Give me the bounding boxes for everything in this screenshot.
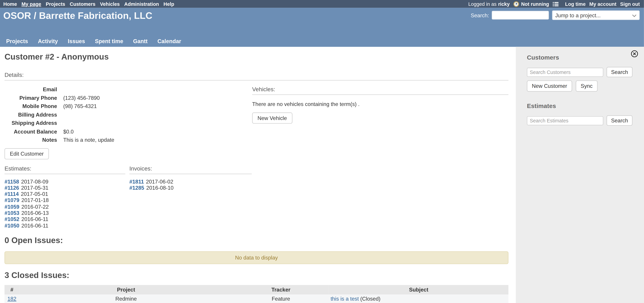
list-item: #11142017-05-01 — [4, 191, 125, 198]
estimate-date: 2017-05-01 — [21, 191, 48, 197]
col-header-id: # — [4, 285, 19, 294]
list-item: #18112017-06-02 — [130, 178, 252, 185]
detail-value: $0.0 — [57, 128, 74, 136]
search-customers-input[interactable] — [527, 68, 603, 77]
menu-vehicles[interactable]: Vehicles — [100, 1, 120, 7]
estimate-date: 2017-08-09 — [21, 178, 48, 184]
detail-label: Mobile Phone — [4, 102, 57, 110]
logged-in-username: ricky — [498, 1, 510, 7]
closed-issues-heading: 3 Closed Issues: — [4, 271, 508, 280]
issue-id-link[interactable]: 182 — [8, 296, 16, 302]
top-account-area: Logged in as ricky Not running Log time … — [464, 1, 640, 7]
top-menu-bar: Home My page Projects Customers Vehicles… — [0, 0, 644, 8]
main-nav: Projects Activity Issues Spent time Gant… — [6, 38, 191, 44]
menu-administration[interactable]: Administration — [124, 1, 159, 7]
table-row: 182 Redmine Feature this is a test (Clos… — [4, 294, 508, 303]
issue-project: Redmine — [19, 294, 233, 303]
search-estimates-button[interactable]: Search — [606, 116, 632, 126]
page-title: Customer #2 - Anonymous — [4, 52, 508, 62]
issue-subject-link[interactable]: this is a test — [330, 296, 359, 302]
detail-value: This is a note, update — [57, 136, 114, 144]
app-window: Home My page Projects Customers Vehicles… — [0, 0, 644, 303]
table-header-row: # Project Tracker Subject — [4, 285, 508, 294]
estimate-link[interactable]: #1114 — [4, 191, 19, 197]
estimate-link[interactable]: #1158 — [4, 178, 19, 184]
new-vehicle-button[interactable]: New Vehicle — [252, 112, 292, 124]
search-input[interactable] — [492, 10, 549, 20]
project-jump-select[interactable]: Jump to a project... — [552, 10, 640, 20]
col-header-project: Project — [19, 285, 233, 294]
list-item: #10532016-06-13 — [4, 210, 125, 216]
estimates-heading: Estimates: — [4, 165, 125, 174]
vehicles-section: Vehicles: There are no vehicles containi… — [252, 86, 508, 229]
timer-list-icon[interactable] — [553, 1, 558, 6]
estimate-date: 2016-07-22 — [22, 204, 49, 210]
search-label: Search: — [471, 12, 489, 18]
my-account-link[interactable]: My account — [590, 1, 616, 7]
no-data-banner: No data to display — [4, 251, 508, 264]
detail-label: Billing Address — [4, 111, 57, 119]
tab-calendar[interactable]: Calendar — [158, 38, 181, 44]
col-header-subject: Subject — [329, 285, 508, 294]
timer-clock-icon — [514, 1, 519, 7]
tab-gantt[interactable]: Gantt — [133, 38, 148, 44]
invoice-date: 2017-06-02 — [146, 178, 174, 184]
main-content: Customer #2 - Anonymous Details: Email P… — [0, 47, 516, 303]
sync-button[interactable]: Sync — [576, 80, 598, 92]
menu-my-page[interactable]: My page — [22, 1, 41, 7]
invoice-link[interactable]: #1811 — [130, 178, 144, 184]
estimate-link[interactable]: #1059 — [4, 204, 19, 210]
log-time-link[interactable]: Log time — [565, 1, 586, 7]
detail-label: Shipping Address — [4, 119, 57, 128]
estimate-link[interactable]: #1053 — [4, 210, 19, 216]
col-header-tracker: Tracker — [233, 285, 329, 294]
detail-label: Email — [4, 86, 57, 94]
estimate-link[interactable]: #1050 — [4, 222, 19, 228]
close-icon[interactable] — [631, 50, 638, 58]
project-jump-value: Jump to a project... — [555, 12, 600, 18]
tab-issues[interactable]: Issues — [68, 38, 85, 44]
estimate-link[interactable]: #1126 — [4, 185, 19, 191]
invoice-date: 2016-08-10 — [146, 185, 174, 191]
issue-status: (Closed) — [360, 296, 380, 302]
timer-status: Not running — [521, 1, 549, 7]
tab-activity[interactable]: Activity — [38, 38, 58, 44]
estimate-link[interactable]: #1079 — [4, 197, 19, 203]
invoice-link[interactable]: #1285 — [130, 185, 144, 191]
issue-tracker: Feature — [233, 294, 329, 303]
header-search-area: Search: Jump to a project... — [471, 10, 640, 20]
list-item: #10592016-07-22 — [4, 204, 125, 210]
detail-label: Account Balance — [4, 128, 57, 136]
estimates-list: #11582017-08-09 #11262017-05-31 #1114201… — [4, 178, 125, 229]
menu-customers[interactable]: Customers — [70, 1, 95, 7]
menu-help[interactable]: Help — [164, 1, 174, 7]
estimate-date: 2017-05-31 — [21, 185, 48, 191]
detail-value — [57, 86, 63, 94]
site-title: OSOR / Barrette Fabrication, LLC — [3, 10, 152, 22]
sidebar-estimates-heading: Estimates — [527, 102, 644, 109]
menu-home[interactable]: Home — [3, 1, 17, 7]
search-customers-button[interactable]: Search — [606, 67, 632, 77]
open-issues-heading: 0 Open Issues: — [4, 236, 508, 245]
search-estimates-input[interactable] — [527, 116, 603, 125]
top-menu: Home My page Projects Customers Vehicles… — [3, 1, 179, 7]
estimate-date: 2016-06-11 — [22, 222, 48, 228]
menu-projects[interactable]: Projects — [46, 1, 65, 7]
estimate-date: 2016-06-13 — [22, 210, 49, 216]
logged-in-label: Logged in as — [468, 1, 496, 7]
closed-issues-table: # Project Tracker Subject 182 Redmine Fe… — [4, 285, 508, 303]
list-item: #11582017-08-09 — [4, 178, 125, 185]
sign-out-link[interactable]: Sign out — [620, 1, 640, 7]
detail-value: (123) 456-7890 — [57, 94, 100, 102]
list-item: #10502016-06-11 — [4, 222, 125, 229]
estimate-date: 2017-01-18 — [22, 197, 49, 203]
new-customer-button[interactable]: New Customer — [527, 80, 572, 92]
estimate-link[interactable]: #1052 — [4, 216, 19, 222]
detail-value — [57, 111, 63, 119]
list-item: #12852016-08-10 — [130, 185, 252, 191]
edit-customer-button[interactable]: Edit Customer — [4, 148, 49, 159]
tab-projects[interactable]: Projects — [6, 38, 28, 44]
customer-details: Email Primary Phone(123) 456-7890 Mobile… — [4, 86, 252, 144]
list-item: #10792017-01-18 — [4, 197, 125, 204]
tab-spent-time[interactable]: Spent time — [95, 38, 123, 44]
